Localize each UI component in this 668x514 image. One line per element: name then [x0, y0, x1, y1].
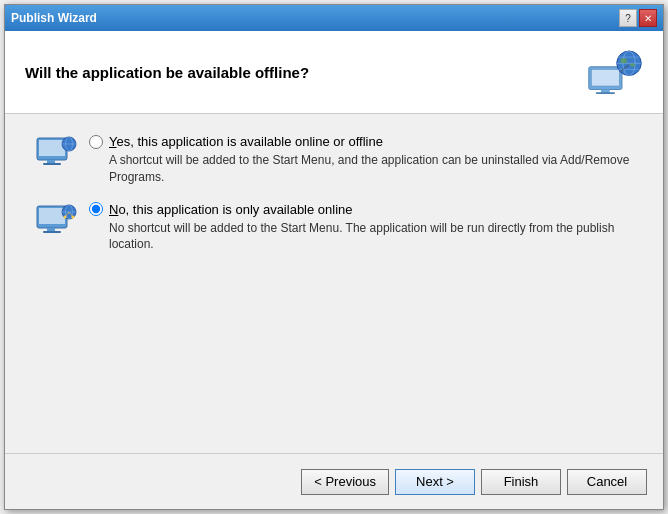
svg-rect-13 — [47, 160, 55, 163]
option-no-label-row: No, this application is only available o… — [89, 202, 633, 217]
svg-rect-1 — [591, 69, 619, 86]
window-title: Publish Wizard — [11, 11, 97, 25]
option-yes-label[interactable]: Yes, this application is available onlin… — [109, 134, 383, 149]
option-no-desc: No shortcut will be added to the Start M… — [109, 220, 633, 254]
option-no-row: No, this application is only available o… — [35, 202, 633, 254]
wizard-footer: < Previous Next > Finish Cancel — [5, 453, 663, 509]
wizard-body: Yes, this application is available onlin… — [5, 114, 663, 453]
title-bar: Publish Wizard ? ✕ — [5, 5, 663, 31]
title-bar-buttons: ? ✕ — [619, 9, 657, 27]
svg-rect-14 — [43, 163, 61, 165]
svg-rect-19 — [39, 208, 65, 224]
option-yes-row: Yes, this application is available onlin… — [35, 134, 633, 186]
option-yes-desc: A shortcut will be added to the Start Me… — [109, 152, 633, 186]
help-button[interactable]: ? — [619, 9, 637, 27]
header-globe-icon — [587, 47, 643, 97]
computer-online-only-icon — [35, 204, 77, 242]
radio-yes[interactable] — [89, 135, 103, 149]
cancel-button[interactable]: Cancel — [567, 469, 647, 495]
finish-button[interactable]: Finish — [481, 469, 561, 495]
wizard-question: Will the application be available offlin… — [25, 64, 587, 81]
next-button[interactable]: Next > — [395, 469, 475, 495]
option-yes-icon — [35, 134, 77, 176]
wizard-content: Will the application be available offlin… — [5, 31, 663, 509]
option-no-content: No, this application is only available o… — [89, 202, 633, 254]
option-yes-label-row: Yes, this application is available onlin… — [89, 134, 633, 149]
option-no-icon — [35, 202, 77, 244]
svg-point-10 — [630, 63, 635, 67]
previous-button[interactable]: < Previous — [301, 469, 389, 495]
svg-rect-20 — [47, 228, 55, 231]
computer-online-icon — [35, 136, 77, 174]
wizard-header: Will the application be available offlin… — [5, 31, 663, 114]
publish-wizard-window: Publish Wizard ? ✕ Will the application … — [4, 4, 664, 510]
svg-point-9 — [620, 58, 627, 63]
option-no-label[interactable]: No, this application is only available o… — [109, 202, 353, 217]
svg-rect-12 — [39, 140, 65, 156]
option-yes-content: Yes, this application is available onlin… — [89, 134, 633, 186]
svg-rect-3 — [596, 92, 615, 94]
close-button[interactable]: ✕ — [639, 9, 657, 27]
svg-rect-21 — [43, 231, 61, 233]
radio-no[interactable] — [89, 202, 103, 216]
